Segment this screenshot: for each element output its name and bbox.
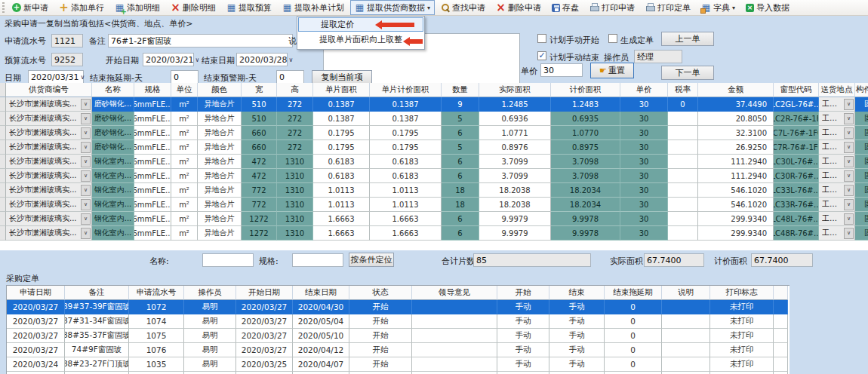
toolbar-drag-handle[interactable] xyxy=(2,2,5,14)
table-cell[interactable]: 2020/03/27 xyxy=(7,343,65,357)
table-cell[interactable] xyxy=(668,155,698,169)
chevron-down-icon[interactable] xyxy=(844,199,854,210)
table-cell[interactable]: 易明 xyxy=(184,329,236,343)
new-request-button[interactable]: 新申请 xyxy=(8,0,53,15)
table-cell[interactable]: 5 xyxy=(442,140,479,155)
table-cell[interactable]: 2020/03/27 xyxy=(236,343,293,357)
table-cell[interactable]: 1.0113 xyxy=(370,198,442,212)
table-cell[interactable]: 手动 xyxy=(549,314,605,329)
table-cell[interactable]: 2020/04/30 xyxy=(293,300,349,314)
table-cell[interactable]: 异地合片 xyxy=(198,97,242,112)
table-cell[interactable]: 88#35-37F窗固玻 xyxy=(65,329,129,343)
table-cell[interactable]: 手动 xyxy=(549,300,605,314)
chevron-down-icon[interactable] xyxy=(844,142,854,153)
table-cell[interactable]: 6 xyxy=(442,155,479,169)
delivery-combobox[interactable]: 工厂使用 xyxy=(819,212,855,226)
delivery-combobox[interactable]: 工厂使用 xyxy=(819,155,855,169)
table-cell[interactable]: 20.8050 xyxy=(698,112,774,126)
table-cell[interactable]: 272 xyxy=(277,126,313,140)
table-cell[interactable]: LC7L-76#-1FO xyxy=(774,126,819,140)
table-cell[interactable]: 1310 xyxy=(277,198,313,212)
table-cell[interactable]: 6mmFLE... xyxy=(134,155,171,169)
chevron-down-icon[interactable] xyxy=(844,156,854,167)
table-cell[interactable]: 1310 xyxy=(277,212,313,226)
table-cell[interactable] xyxy=(662,300,710,314)
table-cell[interactable]: 异地合片 xyxy=(198,169,242,183)
table-cell[interactable]: 1.2483 xyxy=(551,97,620,112)
table-cell[interactable]: 钢化室内... xyxy=(92,226,134,241)
find-request-button[interactable]: 查找申请 xyxy=(436,0,490,15)
locate-spec-field[interactable] xyxy=(292,253,343,267)
table-cell[interactable]: LC2GL-76#... xyxy=(774,97,819,112)
table-cell[interactable]: 易明 xyxy=(184,314,236,329)
chevron-down-icon[interactable] xyxy=(287,57,294,63)
table-cell[interactable]: 2020/04/12 xyxy=(293,343,349,357)
supplier-combobox[interactable]: 长沙市潇湘玻璃实... xyxy=(6,155,92,169)
table-cell[interactable]: LC7R-76#-1FO xyxy=(774,140,819,155)
table-cell[interactable]: 272 xyxy=(277,97,313,112)
table-cell[interactable] xyxy=(668,226,698,241)
table-cell[interactable]: 26.9250 xyxy=(698,140,774,155)
table-cell[interactable] xyxy=(412,300,497,314)
table-cell[interactable]: 2020/03/27 xyxy=(7,300,65,314)
table-cell[interactable]: 手动 xyxy=(497,300,549,314)
material-row[interactable]: 长沙市潇湘玻璃实...钢化室内...6mmFLE...m²异地合片7721310… xyxy=(0,198,868,212)
table-cell[interactable]: 1310 xyxy=(277,155,313,169)
chevron-down-icon[interactable] xyxy=(81,170,91,182)
table-cell[interactable]: 固玻 xyxy=(855,183,868,198)
delivery-combobox[interactable]: 工厂使用 xyxy=(819,126,855,140)
table-cell[interactable] xyxy=(668,169,698,183)
chevron-down-icon[interactable] xyxy=(844,113,854,124)
table-cell[interactable]: 固玻 xyxy=(855,97,868,112)
table-cell[interactable] xyxy=(412,343,497,357)
table-cell[interactable]: 易明 xyxy=(184,300,236,314)
table-cell[interactable]: LC48L-76#... xyxy=(774,212,819,226)
chevron-down-icon[interactable] xyxy=(81,99,91,110)
table-cell[interactable]: m² xyxy=(171,226,198,241)
table-cell[interactable]: 30 xyxy=(620,140,668,155)
order-row[interactable]: 2020/03/2787#31-34F窗固玻1074易明2020/03/2720… xyxy=(7,314,790,329)
table-cell[interactable]: 272 xyxy=(277,112,313,126)
table-cell[interactable]: 6mmFLE... xyxy=(134,226,171,241)
table-cell[interactable]: 510 xyxy=(242,112,277,126)
chevron-down-icon[interactable] xyxy=(193,57,201,63)
table-cell[interactable]: 未打印 xyxy=(710,343,774,357)
table-cell[interactable]: 钢化室内... xyxy=(92,198,134,212)
table-cell[interactable]: 0.1387 xyxy=(370,112,442,126)
delivery-combobox[interactable]: 工厂使用 xyxy=(819,169,855,183)
table-cell[interactable]: 0.1795 xyxy=(313,140,370,155)
material-row[interactable]: 长沙市潇湘玻璃实...磨砂钢化...6mmFLE...m²异地合片6602720… xyxy=(0,126,868,140)
table-cell[interactable]: 固玻 xyxy=(855,169,868,183)
table-cell[interactable]: 1.2485 xyxy=(479,97,551,112)
chevron-down-icon[interactable] xyxy=(81,228,91,239)
table-cell[interactable]: 0 xyxy=(668,97,698,112)
manual-start-checkbox[interactable] xyxy=(537,34,546,43)
table-cell[interactable]: 未打印 xyxy=(710,300,774,314)
import-data-button[interactable]: 导入数据 xyxy=(741,0,794,15)
add-row-button[interactable]: 添加单行 xyxy=(54,0,109,15)
table-cell[interactable]: 3.7098 xyxy=(551,169,620,183)
table-cell[interactable]: 1.0113 xyxy=(313,183,370,198)
table-cell[interactable]: 开始 xyxy=(349,329,412,343)
table-cell[interactable]: 37.4490 xyxy=(698,97,774,112)
table-cell[interactable]: 手动 xyxy=(497,329,549,343)
table-cell[interactable] xyxy=(412,357,497,372)
table-cell[interactable]: 1.6663 xyxy=(370,212,442,226)
table-cell[interactable]: 6mmFLE... xyxy=(134,126,171,140)
table-cell[interactable]: 0.1387 xyxy=(370,97,442,112)
extract-budget-button[interactable]: 提取预算 xyxy=(222,0,276,15)
table-cell[interactable]: 6mmFLE... xyxy=(134,140,171,155)
table-cell[interactable]: m² xyxy=(171,198,198,212)
table-cell[interactable]: 1.0770 xyxy=(551,126,620,140)
table-cell[interactable]: 固玻 xyxy=(855,112,868,126)
table-cell[interactable]: 钢化室内... xyxy=(92,212,134,226)
table-cell[interactable]: 2020/03/24 xyxy=(7,357,65,372)
order-row[interactable]: 2020/03/2488#23-27F门顶玻1035易明2020/03/2520… xyxy=(7,357,790,372)
table-cell[interactable]: 6mmFLE... xyxy=(134,183,171,198)
table-cell[interactable]: 30 xyxy=(620,112,668,126)
table-cell[interactable]: 钢化室内... xyxy=(92,183,134,198)
remark-field[interactable] xyxy=(108,34,293,48)
delete-detail-button[interactable]: 删除明细 xyxy=(166,0,220,15)
table-cell[interactable]: 30 xyxy=(620,212,668,226)
table-cell[interactable]: 299.9340 xyxy=(698,212,774,226)
